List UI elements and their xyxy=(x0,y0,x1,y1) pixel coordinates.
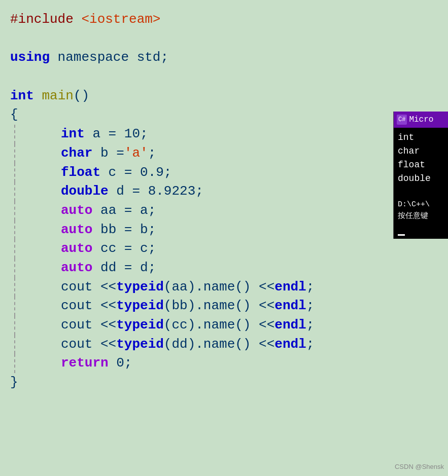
code-line-2: using namespace std; xyxy=(5,48,448,67)
terminal-header: C# Micro xyxy=(394,112,448,128)
semi-3: ; xyxy=(306,316,315,335)
code-line-5: int a = 10; xyxy=(5,125,448,144)
code-line-blank-1 xyxy=(5,29,448,49)
code-line-10: auto bb = b; xyxy=(5,221,448,240)
code-area: #include <iostream> using namespace std;… xyxy=(0,0,448,476)
typeid-kw-4: typeid xyxy=(116,335,164,354)
var-bb: bb = b; xyxy=(92,221,156,240)
code-line-8: double d = 8.9223; xyxy=(5,182,448,201)
typeid-kw-1: typeid xyxy=(116,278,164,297)
code-line-14: cout << typeid (bb).name() << endl ; xyxy=(5,297,448,316)
char-keyword: char xyxy=(61,144,92,163)
terminal-line-blank xyxy=(398,186,444,199)
var-b-post: ; xyxy=(148,144,156,163)
typeid-kw-2: typeid xyxy=(116,297,164,316)
cout-3: cout << xyxy=(61,316,116,335)
code-line-11: auto cc = c; xyxy=(5,239,448,259)
open-brace: { xyxy=(10,105,18,125)
return-value: 0; xyxy=(109,354,132,373)
code-line-18: } xyxy=(5,373,448,392)
auto-keyword-aa: auto xyxy=(61,201,92,221)
typeid-kw-3: typeid xyxy=(116,316,164,335)
terminal-title: Micro xyxy=(409,114,433,126)
typeid-call-1: (aa).name() << xyxy=(164,278,274,297)
auto-keyword-bb: auto xyxy=(61,221,92,240)
endl-4: endl xyxy=(274,335,306,354)
iostream-include: <iostream> xyxy=(81,10,160,29)
endl-2: endl xyxy=(274,297,306,316)
main-parens: () xyxy=(74,87,89,106)
char-literal-a: 'a' xyxy=(124,144,148,163)
cout-2: cout << xyxy=(61,297,116,316)
int-keyword-a: int xyxy=(61,125,85,144)
namespace-text: namespace std; xyxy=(50,48,168,67)
code-line-4: { xyxy=(5,105,448,125)
code-line-1: #include <iostream> xyxy=(5,10,448,29)
terminal-line-1: int xyxy=(398,131,444,144)
var-c: c = 0.9; xyxy=(100,163,171,182)
var-aa: aa = a; xyxy=(92,201,156,221)
var-b-pre: b = xyxy=(92,144,124,163)
var-cc: cc = c; xyxy=(92,239,156,259)
code-line-17: return 0; xyxy=(5,354,448,373)
code-line-6: char b = 'a' ; xyxy=(5,144,448,163)
var-a: a = 10; xyxy=(85,125,148,144)
semi-1: ; xyxy=(306,278,315,297)
code-line-3: int main () xyxy=(5,87,448,106)
typeid-call-4: (dd).name() << xyxy=(164,335,274,354)
endl-3: endl xyxy=(274,316,306,335)
code-line-16: cout << typeid (dd).name() << endl ; xyxy=(5,335,448,354)
main-function: main xyxy=(42,87,73,106)
include-keyword: #include xyxy=(10,10,74,29)
terminal-line-4: double xyxy=(398,172,444,186)
var-d: d = 8.9223; xyxy=(109,182,203,201)
terminal-cursor-line xyxy=(398,222,444,236)
var-dd: dd = d; xyxy=(92,259,156,278)
code-line-9: auto aa = a; xyxy=(5,201,448,221)
close-brace: } xyxy=(10,373,18,392)
terminal-overlay: C# Micro int char float double D:\C++\ 按… xyxy=(393,112,448,239)
double-keyword: double xyxy=(61,182,109,201)
terminal-line-2: char xyxy=(398,144,444,158)
code-line-15: cout << typeid (cc).name() << endl ; xyxy=(5,316,448,335)
typeid-call-3: (cc).name() << xyxy=(164,316,274,335)
terminal-line-prompt: 按任意键 xyxy=(398,211,444,223)
terminal-body: int char float double D:\C++\ 按任意键 xyxy=(394,128,448,239)
code-line-7: float c = 0.9; xyxy=(5,163,448,182)
float-keyword: float xyxy=(61,163,100,182)
code-line-12: auto dd = d; xyxy=(5,259,448,278)
endl-1: endl xyxy=(274,278,306,297)
terminal-line-path: D:\C++\ xyxy=(398,199,444,211)
cout-1: cout << xyxy=(61,278,116,297)
terminal-line-3: float xyxy=(398,158,444,172)
terminal-icon: C# xyxy=(397,115,407,125)
cout-4: cout << xyxy=(61,335,116,354)
using-keyword: using xyxy=(10,48,50,67)
semi-2: ; xyxy=(306,297,315,316)
watermark: CSDN @Shensk xyxy=(395,462,444,472)
return-keyword: return xyxy=(61,354,109,373)
int-keyword-main: int xyxy=(10,87,34,106)
semi-4: ; xyxy=(306,335,315,354)
auto-keyword-cc: auto xyxy=(61,239,92,259)
code-line-13: cout << typeid (aa).name() << endl ; xyxy=(5,278,448,297)
terminal-cursor xyxy=(398,234,405,236)
code-line-blank-2 xyxy=(5,67,448,87)
typeid-call-2: (bb).name() << xyxy=(164,297,274,316)
auto-keyword-dd: auto xyxy=(61,259,92,278)
